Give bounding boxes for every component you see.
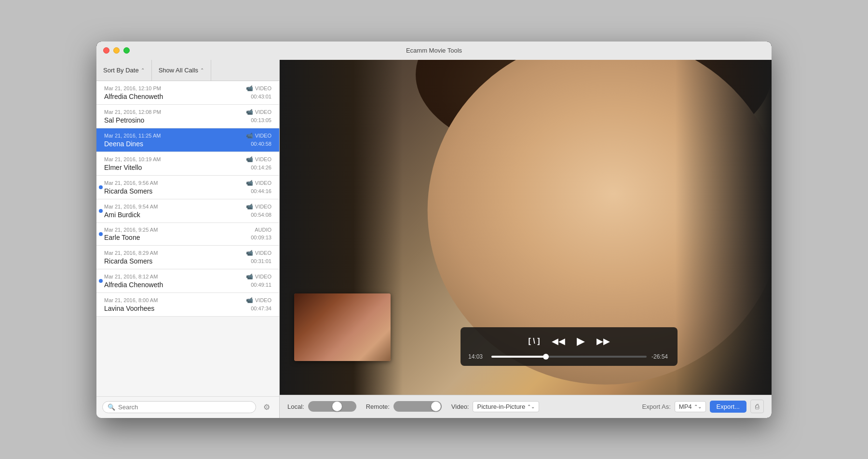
- minimize-button[interactable]: [113, 47, 120, 54]
- call-name: Alfredia Chenoweth: [104, 281, 163, 289]
- call-type-label: VIDEO: [255, 250, 271, 256]
- call-item[interactable]: Mar 21, 2016, 10:19 AM📹VIDEOElmer Vitell…: [96, 152, 279, 176]
- rewind-button[interactable]: ◀◀: [550, 334, 567, 348]
- call-name: Elmer Vitello: [104, 164, 142, 171]
- call-item[interactable]: Mar 21, 2016, 8:29 AM📹VIDEORicarda Somer…: [96, 246, 279, 269]
- share-button[interactable]: ⎙: [750, 400, 764, 413]
- call-type-badge: 📹VIDEO: [246, 203, 271, 210]
- local-label: Local:: [287, 403, 304, 410]
- call-name: Deena Dines: [104, 140, 143, 148]
- call-duration: 00:31:01: [251, 258, 271, 264]
- call-item-header: Mar 21, 2016, 8:29 AM📹VIDEO: [104, 250, 271, 256]
- call-item[interactable]: Mar 21, 2016, 11:25 AM📹VIDEODeena Dines0…: [96, 128, 279, 152]
- titlebar: Ecamm Movie Tools: [96, 42, 772, 60]
- export-format-value: MP4: [679, 403, 692, 410]
- video-mode-control: Video: Picture-in-Picture ⌃⌄: [451, 401, 539, 412]
- call-item-header: Mar 21, 2016, 8:00 AM📹VIDEO: [104, 297, 271, 304]
- call-type-label: AUDIO: [255, 227, 271, 233]
- show-all-calls-label: Show All Calls: [159, 67, 198, 74]
- search-input[interactable]: [118, 403, 251, 411]
- call-item[interactable]: Mar 21, 2016, 9:54 AM📹VIDEOAmi Burdick00…: [96, 199, 279, 223]
- remote-label: Remote:: [366, 403, 390, 410]
- call-type-label: VIDEO: [255, 180, 271, 186]
- export-button[interactable]: Export...: [710, 401, 746, 413]
- call-type-badge: 📹VIDEO: [246, 85, 271, 92]
- call-name-row: Earle Toone00:09:13: [104, 234, 271, 241]
- remote-volume-control: Remote:: [366, 401, 442, 412]
- call-name-row: Deena Dines00:40:58: [104, 140, 271, 148]
- call-name: Ricarda Somers: [104, 187, 152, 195]
- search-input-wrapper[interactable]: 🔍: [102, 401, 256, 413]
- local-volume-slider[interactable]: [308, 401, 356, 412]
- call-date: Mar 21, 2016, 9:25 AM: [104, 227, 158, 233]
- call-duration: 00:09:13: [251, 235, 271, 240]
- export-format-chevron-icon: ⌃⌄: [694, 404, 702, 409]
- call-date: Mar 21, 2016, 9:56 AM: [104, 180, 158, 186]
- call-name-row: Ricarda Somers00:44:16: [104, 187, 271, 195]
- main-content: Sort By Date ⌃ Show All Calls ⌃ Mar 21, …: [96, 60, 772, 418]
- call-list: Mar 21, 2016, 12:10 PM📹VIDEOAlfredia Che…: [96, 81, 279, 396]
- sort-by-date-button[interactable]: Sort By Date ⌃: [96, 60, 152, 81]
- call-duration: 00:13:05: [251, 117, 271, 123]
- video-mode-label: Video:: [451, 403, 469, 410]
- play-button[interactable]: ▶: [575, 333, 587, 349]
- call-type-badge: 📹VIDEO: [246, 297, 271, 304]
- call-item[interactable]: Mar 21, 2016, 9:56 AM📹VIDEORicarda Somer…: [96, 176, 279, 199]
- close-button[interactable]: [103, 47, 109, 54]
- call-item[interactable]: Mar 21, 2016, 12:10 PM📹VIDEOAlfredia Che…: [96, 81, 279, 105]
- call-duration: 00:54:08: [251, 212, 271, 218]
- search-bar: 🔍 ⚙: [96, 396, 279, 418]
- rewind-icon: ◀◀: [552, 336, 565, 347]
- call-name-row: Lavina Voorhees00:47:34: [104, 305, 271, 312]
- progress-thumb: [543, 354, 549, 360]
- call-duration: 00:14:26: [251, 165, 271, 170]
- call-date: Mar 21, 2016, 9:54 AM: [104, 204, 158, 209]
- player-controls: [ \ ] ◀◀ ▶ ▶▶ 14:03: [461, 327, 678, 366]
- progress-bar[interactable]: [491, 356, 647, 358]
- remote-volume-slider[interactable]: [393, 401, 442, 412]
- call-type-badge: 📹VIDEO: [246, 132, 271, 139]
- call-date: Mar 21, 2016, 8:00 AM: [104, 297, 158, 303]
- play-icon: ▶: [577, 335, 585, 348]
- show-all-calls-button[interactable]: Show All Calls ⌃: [152, 60, 211, 81]
- call-item[interactable]: Mar 21, 2016, 9:25 AMAUDIOEarle Toone00:…: [96, 223, 279, 246]
- call-item[interactable]: Mar 21, 2016, 8:12 AM📹VIDEOAlfredia Chen…: [96, 269, 279, 293]
- video-mode-select[interactable]: Picture-in-Picture ⌃⌄: [473, 401, 539, 412]
- call-name-row: Elmer Vitello00:14:26: [104, 164, 271, 171]
- remaining-time: -26:54: [651, 353, 670, 360]
- call-item-header: Mar 21, 2016, 9:56 AM📹VIDEO: [104, 180, 271, 186]
- call-name: Ami Burdick: [104, 211, 140, 219]
- call-name-row: Ami Burdick00:54:08: [104, 211, 271, 219]
- gear-button[interactable]: ⚙: [260, 401, 273, 414]
- maximize-button[interactable]: [123, 47, 130, 54]
- sort-chevron-icon: ⌃: [141, 68, 145, 73]
- video-icon: 📹: [246, 156, 253, 163]
- export-format-select[interactable]: MP4 ⌃⌄: [675, 401, 706, 412]
- video-icon: 📹: [246, 273, 253, 280]
- pip-thumbnail: [294, 293, 391, 361]
- pip-faces: [294, 293, 391, 361]
- bracket-button[interactable]: [ \ ]: [527, 335, 542, 348]
- call-date: Mar 21, 2016, 10:19 AM: [104, 156, 161, 162]
- call-type-label: VIDEO: [255, 133, 271, 139]
- unread-dot: [99, 279, 103, 283]
- call-duration: 00:44:16: [251, 188, 271, 194]
- call-date: Mar 21, 2016, 11:25 AM: [104, 133, 161, 139]
- call-item[interactable]: Mar 21, 2016, 8:00 AM📹VIDEOLavina Voorhe…: [96, 293, 279, 317]
- call-type-badge: 📹VIDEO: [246, 109, 271, 115]
- call-item[interactable]: Mar 21, 2016, 12:08 PM📹VIDEOSal Petrosin…: [96, 105, 279, 128]
- video-icon: 📹: [246, 180, 253, 186]
- call-type-label: VIDEO: [255, 156, 271, 162]
- call-date: Mar 21, 2016, 8:12 AM: [104, 274, 158, 279]
- call-name: Alfredia Chenoweth: [104, 93, 163, 100]
- call-type-label: VIDEO: [255, 297, 271, 303]
- show-calls-chevron-icon: ⌃: [200, 68, 204, 73]
- call-type-label: VIDEO: [255, 274, 271, 279]
- remote-volume-thumb: [431, 402, 441, 411]
- unread-dot: [99, 209, 103, 213]
- call-item-header: Mar 21, 2016, 9:25 AMAUDIO: [104, 227, 271, 233]
- call-item-header: Mar 21, 2016, 12:10 PM📹VIDEO: [104, 85, 271, 92]
- call-name-row: Alfredia Chenoweth00:43:01: [104, 93, 271, 100]
- fast-forward-button[interactable]: ▶▶: [595, 334, 612, 348]
- sidebar-toolbar: Sort By Date ⌃ Show All Calls ⌃: [96, 60, 279, 81]
